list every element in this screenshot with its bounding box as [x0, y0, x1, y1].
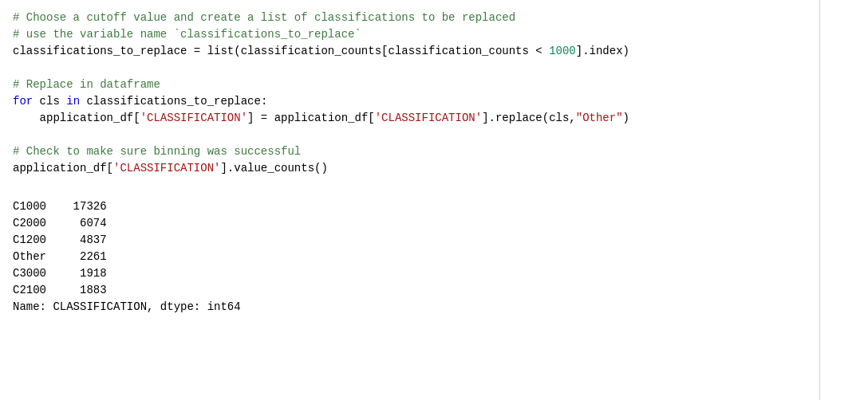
- comment-line-3: # Replace in dataframe: [13, 76, 868, 93]
- output-row-c2000: C2000 6074: [13, 215, 868, 232]
- output-section: C1000 17326 C2000 6074 C1200 4837 Other …: [0, 178, 868, 319]
- vertical-divider: [819, 0, 820, 400]
- output-row-c1000: C1000 17326: [13, 198, 868, 215]
- output-footer: Name: CLASSIFICATION, dtype: int64: [13, 299, 868, 316]
- comment-line-4: # Check to make sure binning was success…: [13, 143, 868, 160]
- comment-line-2: # use the variable name `classifications…: [13, 26, 868, 43]
- blank-line-2: [13, 127, 868, 143]
- code-section: # Choose a cutoff value and create a lis…: [0, 8, 868, 178]
- code-line-5: for cls in classifications_to_replace:: [13, 93, 868, 110]
- code-line-6: application_df['CLASSIFICATION'] = appli…: [13, 110, 868, 127]
- output-row-c2100: C2100 1883: [13, 282, 868, 299]
- output-row-other: Other 2261: [13, 249, 868, 265]
- code-container: # Choose a cutoff value and create a lis…: [0, 0, 868, 400]
- comment-line-1: # Choose a cutoff value and create a lis…: [13, 10, 868, 26]
- output-row-c1200: C1200 4837: [13, 232, 868, 249]
- code-line-3: classifications_to_replace = list(classi…: [13, 43, 868, 60]
- code-line-8: application_df['CLASSIFICATION'].value_c…: [13, 160, 868, 177]
- blank-line-1: [13, 60, 868, 76]
- output-row-c3000: C3000 1918: [13, 265, 868, 282]
- output-blank-line: [13, 182, 868, 198]
